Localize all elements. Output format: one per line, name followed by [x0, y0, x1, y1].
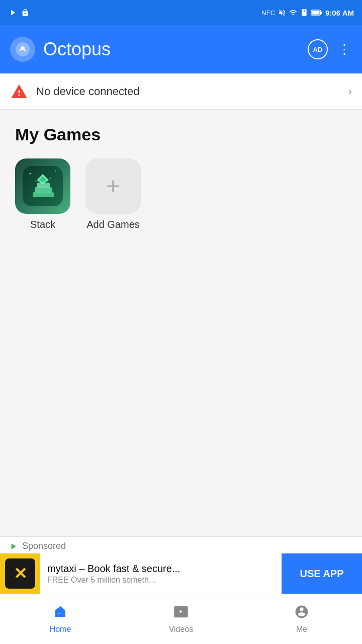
svg-rect-2: [321, 12, 322, 14]
sponsored-row: Sponsored: [0, 537, 362, 553]
sponsored-play-icon: [8, 541, 18, 551]
home-icon: [53, 604, 68, 623]
stack-game-label: Stack: [30, 219, 55, 230]
my-games-title: My Games: [15, 125, 347, 144]
warning-icon: [10, 83, 28, 101]
warning-triangle-icon: [11, 83, 28, 100]
app-bar-actions: AD ⋮: [308, 39, 352, 59]
stack-game-artwork: [23, 166, 63, 206]
mytaxi-logo-icon: ✕: [14, 564, 27, 583]
ad-container: Sponsored ✕ mytaxi – Book fast & secure.…: [0, 536, 362, 594]
app-title: Octopus: [43, 39, 300, 60]
ad-app-title: mytaxi – Book fast & secure...: [47, 563, 275, 575]
ad-app-subtitle: FREE Over 5 million someth...: [47, 576, 275, 585]
wifi-icon: [289, 9, 297, 17]
stack-game-icon: [15, 158, 70, 214]
videos-svg-icon: [173, 604, 189, 619]
ad-logo-inner: ✕: [5, 558, 35, 589]
status-bar: NFC 9:06 AM: [0, 0, 362, 25]
battery-icon: [311, 9, 322, 16]
home-svg-icon: [53, 604, 68, 619]
lock-icon: [21, 9, 29, 17]
mute-icon: [278, 9, 286, 17]
svg-rect-10: [33, 192, 54, 197]
svg-point-7: [55, 171, 56, 172]
ad-text-block: mytaxi – Book fast & secure... FREE Over…: [40, 563, 282, 585]
ad-content-row: ✕ mytaxi – Book fast & secure... FREE Ov…: [0, 553, 362, 594]
svg-rect-15: [58, 613, 62, 617]
nfc-icon: NFC: [261, 9, 275, 17]
add-games-label: Add Games: [86, 219, 140, 230]
chevron-right-icon: ›: [348, 85, 352, 98]
add-games-icon: +: [85, 158, 141, 214]
game-item-stack[interactable]: Stack: [15, 158, 70, 230]
time-display: 9:06 AM: [325, 9, 354, 17]
nav-item-me[interactable]: Me: [241, 604, 362, 634]
sim-icon: [300, 9, 308, 17]
status-bar-right-icons: NFC 9:06 AM: [261, 9, 354, 17]
app-bar: Octopus AD ⋮: [0, 25, 362, 73]
games-grid: Stack + Add Games: [15, 158, 347, 230]
main-content: My Games: [0, 110, 362, 246]
me-icon: [294, 604, 309, 623]
svg-point-4: [21, 46, 25, 50]
app-logo: [10, 37, 35, 62]
svg-rect-1: [312, 11, 319, 15]
play-icon: [8, 8, 17, 17]
svg-point-8: [50, 178, 51, 179]
octopus-logo-icon: [15, 41, 31, 57]
svg-point-9: [35, 181, 36, 182]
nav-item-videos[interactable]: Videos: [121, 604, 241, 634]
home-nav-label: Home: [50, 625, 71, 634]
videos-icon: [173, 604, 189, 623]
me-svg-icon: [294, 604, 309, 619]
device-status-text: No device connected: [36, 85, 340, 98]
plus-icon: +: [106, 174, 120, 198]
sponsored-label: Sponsored: [22, 541, 66, 551]
me-nav-label: Me: [296, 625, 307, 634]
device-connection-banner[interactable]: No device connected ›: [0, 73, 362, 110]
videos-nav-label: Videos: [169, 625, 194, 634]
status-bar-left-icons: [8, 8, 29, 17]
bottom-nav: Home Videos Me: [0, 594, 362, 644]
ad-app-logo: ✕: [0, 553, 40, 594]
more-menu-button[interactable]: ⋮: [338, 43, 352, 56]
svg-point-6: [30, 173, 31, 175]
ad-badge[interactable]: AD: [308, 39, 328, 59]
nav-item-home[interactable]: Home: [0, 604, 121, 634]
use-app-button[interactable]: USE APP: [282, 553, 362, 594]
add-games-item[interactable]: + Add Games: [85, 158, 141, 230]
